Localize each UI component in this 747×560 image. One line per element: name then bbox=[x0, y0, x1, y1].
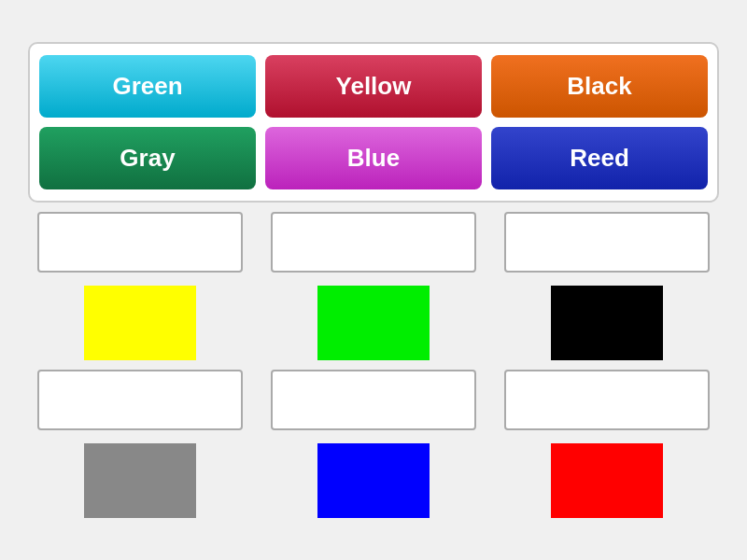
blue-button[interactable]: Blue bbox=[265, 127, 482, 189]
drop-cell-6 bbox=[504, 370, 710, 430]
drop-zone-1[interactable] bbox=[37, 212, 243, 273]
swatch-cell-yellow bbox=[37, 282, 243, 360]
swatch-row-1 bbox=[28, 282, 719, 360]
black-button[interactable]: Black bbox=[491, 55, 708, 118]
drop-zone-3[interactable] bbox=[504, 212, 710, 273]
drop-zone-5[interactable] bbox=[271, 370, 476, 430]
gray-button[interactable]: Gray bbox=[39, 127, 256, 189]
swatch-cell-blue bbox=[271, 440, 476, 518]
yellow-button[interactable]: Yellow bbox=[265, 55, 482, 118]
drop-zone-row-1 bbox=[28, 212, 719, 273]
swatch-cell-green bbox=[271, 282, 476, 360]
reed-button[interactable]: Reed bbox=[491, 127, 708, 189]
drop-cell-1 bbox=[37, 212, 243, 273]
green-button[interactable]: Green bbox=[39, 55, 256, 118]
gray-swatch bbox=[84, 443, 196, 518]
drop-zone-6[interactable] bbox=[504, 370, 710, 430]
drop-cell-5 bbox=[271, 370, 476, 430]
swatch-cell-black bbox=[504, 282, 710, 360]
swatch-cell-gray bbox=[37, 440, 243, 518]
yellow-swatch bbox=[84, 286, 196, 360]
drop-zone-2[interactable] bbox=[271, 212, 476, 273]
swatch-cell-red bbox=[504, 440, 710, 518]
drop-cell-2 bbox=[271, 212, 476, 273]
drop-cell-4 bbox=[37, 370, 243, 430]
drop-zone-4[interactable] bbox=[37, 370, 243, 430]
drop-cell-3 bbox=[504, 212, 710, 273]
main-container: Green Yellow Black Gray Blue Reed bbox=[19, 33, 728, 527]
button-group: Green Yellow Black Gray Blue Reed bbox=[28, 42, 719, 203]
swatch-row-2 bbox=[28, 440, 719, 518]
drop-zone-row-2 bbox=[28, 370, 719, 430]
red-swatch bbox=[551, 443, 663, 518]
black-swatch bbox=[551, 286, 663, 360]
green-swatch bbox=[317, 286, 430, 360]
blue-swatch bbox=[317, 443, 430, 518]
